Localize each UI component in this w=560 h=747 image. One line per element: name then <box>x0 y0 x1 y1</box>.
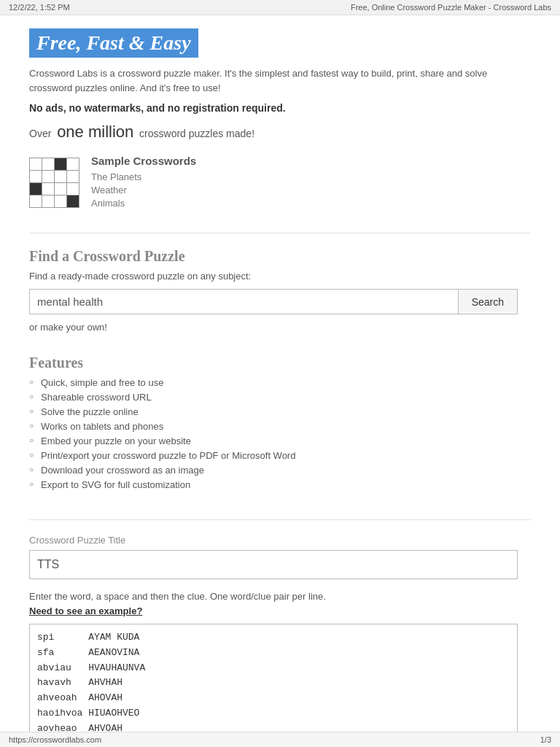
search-input[interactable] <box>30 290 458 314</box>
hero-title: Free, Fast & Easy <box>29 28 198 58</box>
title-field-label: Crossword Puzzle Title <box>29 535 531 546</box>
grid-cell <box>67 196 79 207</box>
crossword-grid-image <box>29 158 79 208</box>
form-section: Crossword Puzzle Title Enter the word, a… <box>29 535 531 747</box>
list-item: Shareable crossword URL <box>29 392 531 403</box>
million-word: one million <box>57 123 133 141</box>
word-clue-textarea[interactable] <box>29 624 518 747</box>
grid-cell <box>42 183 54 195</box>
grid-cell <box>67 183 79 195</box>
grid-cell <box>30 171 42 182</box>
footer-url[interactable]: https://crosswordlabs.com <box>9 735 101 744</box>
puzzle-title-input[interactable] <box>29 550 518 579</box>
list-item: Download your crossword as an image <box>29 465 531 476</box>
grid-cell <box>30 196 42 207</box>
grid-cell <box>55 171 66 182</box>
grid-cell <box>42 158 54 170</box>
sample-link-item: Weather <box>91 185 196 196</box>
need-example-link[interactable]: Need to see an example? <box>29 605 142 616</box>
grid-cell <box>42 196 54 207</box>
million-suffix: crossword puzzles made! <box>139 128 254 139</box>
sample-link-item: Animals <box>91 198 196 209</box>
sample-list: Sample Crosswords The PlanetsWeatherAnim… <box>91 155 196 211</box>
grid-cell <box>55 158 66 170</box>
list-item: Works on tablets and phones <box>29 421 531 432</box>
datetime-label: 12/2/22, 1:52 PM <box>9 3 70 12</box>
list-item: Quick, simple and free to use <box>29 377 531 388</box>
sample-link-item: The Planets <box>91 171 196 182</box>
grid-cell <box>42 171 54 182</box>
sample-link[interactable]: Animals <box>91 198 125 209</box>
million-prefix: Over <box>29 128 51 139</box>
word-clue-instructions: Enter the word, a space and then the clu… <box>29 591 531 602</box>
grid-cell <box>55 196 66 207</box>
find-subtitle: Find a ready-made crossword puzzle on an… <box>29 271 531 282</box>
sample-section: Sample Crosswords The PlanetsWeatherAnim… <box>29 155 531 211</box>
million-line: Over one million crossword puzzles made! <box>29 123 531 142</box>
no-ads-text: No ads, no watermarks, and no registrati… <box>29 102 531 114</box>
features-title: Features <box>29 355 531 371</box>
or-make-text: or make your own! <box>29 322 531 333</box>
divider-1 <box>29 233 531 233</box>
bottom-bar: https://crosswordlabs.com 1/3 <box>0 732 560 747</box>
footer-page: 1/3 <box>540 735 551 744</box>
find-section-title: Find a Crossword Puzzle <box>29 248 531 265</box>
sample-title: Sample Crosswords <box>91 155 196 167</box>
page-title-bar: Free, Online Crossword Puzzle Maker - Cr… <box>351 3 551 12</box>
features-list: Quick, simple and free to useShareable c… <box>29 377 531 490</box>
list-item: Embed your puzzle on your website <box>29 436 531 446</box>
main-content: Free, Fast & Easy Crossword Labs is a cr… <box>0 15 560 747</box>
features-section: Features Quick, simple and free to useSh… <box>29 355 531 490</box>
intro-text: Crossword Labs is a crossword puzzle mak… <box>29 66 496 95</box>
search-row: Search <box>29 289 518 314</box>
list-item: Solve the puzzle online <box>29 406 531 417</box>
grid-cell <box>67 171 79 182</box>
divider-2 <box>29 519 531 520</box>
grid-cell <box>30 158 42 170</box>
top-bar: 12/2/22, 1:52 PM Free, Online Crossword … <box>0 0 560 15</box>
sample-link[interactable]: The Planets <box>91 171 141 182</box>
find-section: Find a Crossword Puzzle Find a ready-mad… <box>29 248 531 333</box>
grid-cell <box>55 183 66 195</box>
list-item: Export to SVG for full customization <box>29 479 531 490</box>
sample-link[interactable]: Weather <box>91 185 127 196</box>
sample-links-list: The PlanetsWeatherAnimals <box>91 171 196 209</box>
grid-cell <box>30 183 42 195</box>
search-button[interactable]: Search <box>458 290 517 314</box>
list-item: Print/export your crossword puzzle to PD… <box>29 450 531 461</box>
grid-cell <box>67 158 79 170</box>
